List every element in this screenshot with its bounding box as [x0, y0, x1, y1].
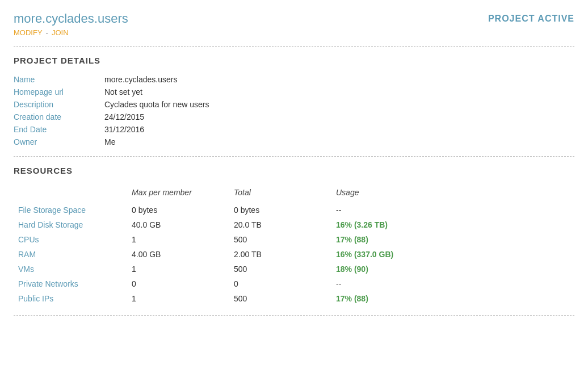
- resources-table: Max per member Total Usage File Storage …: [14, 184, 574, 306]
- value-end-date: 31/12/2016: [104, 124, 574, 135]
- label-end-date: End Date: [14, 124, 104, 135]
- label-creation-date: Creation date: [14, 112, 104, 122]
- resource-max: 4.00 GB: [127, 247, 229, 262]
- table-row: VMs150018% (90): [14, 262, 574, 276]
- value-name: more.cyclades.users: [104, 74, 574, 85]
- divider-3: [14, 315, 574, 316]
- resource-name: CPUs: [14, 232, 127, 247]
- resource-max: 40.0 GB: [127, 217, 229, 232]
- project-details-section: PROJECT DETAILS Name more.cyclades.users…: [14, 56, 574, 147]
- resource-usage: 18% (90): [331, 262, 574, 276]
- value-description: Cyclades quota for new users: [104, 99, 574, 110]
- col-total: Total: [229, 184, 331, 203]
- resource-usage: --: [331, 276, 574, 291]
- col-resource: [14, 184, 127, 203]
- resources-header-row: Max per member Total Usage: [14, 184, 574, 203]
- resource-name: Private Networks: [14, 276, 127, 291]
- resource-total: 0: [229, 276, 331, 291]
- table-row: Public IPs150017% (88): [14, 291, 574, 306]
- modify-link[interactable]: MODIFY: [14, 28, 43, 37]
- header-left: more.cyclades.users MODIFY - JOIN: [14, 11, 128, 37]
- resource-usage: 16% (3.26 TB): [331, 217, 574, 232]
- resource-total: 0 bytes: [229, 203, 331, 217]
- resource-max: 0 bytes: [127, 203, 229, 217]
- resource-usage: 17% (88): [331, 291, 574, 306]
- resource-max: 1: [127, 262, 229, 276]
- resources-section: RESOURCES Max per member Total Usage Fil…: [14, 166, 574, 306]
- resource-name: RAM: [14, 247, 127, 262]
- resource-usage: 16% (337.0 GB): [331, 247, 574, 262]
- resource-total: 20.0 TB: [229, 217, 331, 232]
- project-details-title: PROJECT DETAILS: [14, 56, 574, 65]
- label-name: Name: [14, 74, 104, 85]
- resource-max: 1: [127, 291, 229, 306]
- page-header: more.cyclades.users MODIFY - JOIN PROJEC…: [14, 11, 574, 37]
- project-title: more.cyclades.users: [14, 11, 128, 26]
- resource-name: File Storage Space: [14, 203, 127, 217]
- table-row: Private Networks00--: [14, 276, 574, 291]
- divider-1: [14, 46, 574, 47]
- col-max-per-member: Max per member: [127, 184, 229, 203]
- value-owner: Me: [104, 137, 574, 147]
- resource-max: 1: [127, 232, 229, 247]
- action-separator: -: [46, 28, 48, 37]
- header-actions: MODIFY - JOIN: [14, 28, 128, 37]
- table-row: CPUs150017% (88): [14, 232, 574, 247]
- resource-total: 500: [229, 291, 331, 306]
- table-row: Hard Disk Storage40.0 GB20.0 TB16% (3.26…: [14, 217, 574, 232]
- resource-max: 0: [127, 276, 229, 291]
- details-grid: Name more.cyclades.users Homepage url No…: [14, 74, 574, 147]
- resource-name: VMs: [14, 262, 127, 276]
- join-link[interactable]: JOIN: [52, 28, 69, 37]
- value-homepage: Not set yet: [104, 87, 574, 97]
- label-owner: Owner: [14, 137, 104, 147]
- table-row: RAM4.00 GB2.00 TB16% (337.0 GB): [14, 247, 574, 262]
- resource-usage: 17% (88): [331, 232, 574, 247]
- resource-total: 500: [229, 262, 331, 276]
- resource-name: Hard Disk Storage: [14, 217, 127, 232]
- label-homepage: Homepage url: [14, 87, 104, 97]
- resource-total: 500: [229, 232, 331, 247]
- project-status: PROJECT ACTIVE: [488, 14, 574, 24]
- table-row: File Storage Space0 bytes0 bytes--: [14, 203, 574, 217]
- resource-name: Public IPs: [14, 291, 127, 306]
- resources-title: RESOURCES: [14, 166, 574, 175]
- resource-total: 2.00 TB: [229, 247, 331, 262]
- divider-2: [14, 156, 574, 157]
- resource-usage: --: [331, 203, 574, 217]
- col-usage: Usage: [331, 184, 574, 203]
- value-creation-date: 24/12/2015: [104, 112, 574, 122]
- label-description: Description: [14, 99, 104, 110]
